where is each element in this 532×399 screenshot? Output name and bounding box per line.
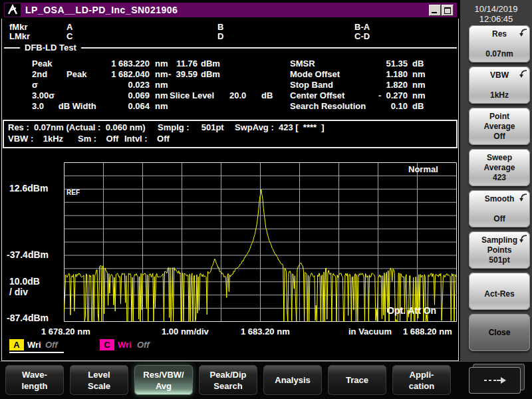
mode-offset-value: 1.180: [359, 70, 408, 79]
smsr-value: 51.35: [359, 59, 408, 68]
center-offset-value: - 0.270: [359, 91, 408, 100]
submenu-arrow-icon: [519, 28, 527, 37]
menu-peak-dip-search[interactable]: Peak/Dip Search: [199, 365, 257, 395]
window-titlebar: LP_OSA__LD-PD_Inc_SN021906: [4, 3, 457, 17]
marker-ba-label: B-A: [354, 23, 370, 32]
marker-c-label: C: [66, 32, 72, 41]
mode-offset-unit: nm: [412, 70, 426, 79]
trace-a-badge: A: [9, 339, 24, 350]
submenu-arrow-icon: [519, 234, 527, 243]
analysis-lvl-value: - 39.59: [133, 70, 198, 79]
marker-b-label: B: [217, 23, 223, 32]
marker-a-label: A: [66, 23, 72, 32]
x-axis-center-label: 1 683.20 nm: [241, 327, 290, 336]
fmkr-label: fMkr: [9, 23, 27, 32]
trace-c-badge: C: [100, 339, 114, 350]
smsr-unit: dB: [412, 59, 424, 68]
marker-cd-label: C-D: [354, 32, 370, 41]
x-axis-medium-label: in Vacuum: [348, 327, 392, 336]
analysis-lvl-value: 11.76: [133, 59, 198, 68]
menu-res-vbw-avg[interactable]: Res/VBW/ Avg: [134, 365, 193, 395]
minimize-icon: [432, 12, 437, 13]
smsr-label: SMSR: [290, 59, 315, 68]
analysis-wl-value: 0.023: [80, 80, 150, 90]
sampling-setting: Smplg : 501pt: [158, 123, 224, 132]
analysis-row-label: σ: [32, 80, 38, 90]
trace-a-state: Off: [45, 340, 58, 350]
softkey-act-res[interactable]: Act-Res On Off: [469, 273, 530, 310]
x-axis-div-label: 1.00 nm/div: [162, 327, 209, 336]
act-res-label: Act-Res: [469, 289, 530, 299]
analysis-title: DFB-LD Test: [20, 43, 81, 53]
datetime-display: 10/14/201912:06:45: [460, 4, 532, 24]
menu-wavelength[interactable]: Wave- length: [5, 365, 64, 395]
display-frame-right: [458, 19, 459, 361]
maximize-icon: [444, 7, 451, 14]
maximize-button[interactable]: [442, 5, 454, 16]
sweep-average-setting: SwpAvg : 423 [ **** ]: [235, 123, 325, 132]
trace-c-state: Off: [137, 340, 150, 350]
function-menu-bar: Wave- length Level Scale Res/VBW/ Avg Pe…: [0, 361, 532, 399]
analysis-lvl-unit: dBm: [201, 70, 220, 79]
analysis-row-label: 3.00σ: [32, 91, 55, 100]
y-axis-scale-label: 10.0dB: [9, 277, 40, 286]
minimize-button[interactable]: [429, 5, 441, 16]
vbw-setting: VBW : 1kHz: [8, 134, 63, 144]
analysis-lvl-unit: dBm: [201, 59, 220, 68]
search-resolution-value: 0.10: [359, 102, 408, 111]
menu-analysis[interactable]: Analysis: [263, 365, 322, 395]
slice-level-value: 20.0: [229, 91, 246, 100]
optical-attenuator-annotation: Opt. Att On: [387, 305, 436, 316]
center-offset-unit: nm: [412, 91, 426, 100]
res-setting: Res : 0.07nm (Actual : 0.060 nm): [8, 123, 146, 132]
display-frame-left: [1, 19, 2, 361]
submenu-arrow-icon: [519, 69, 527, 78]
interval-setting: Intvl : Off: [124, 134, 170, 144]
slice-level-label: Slice Level: [170, 91, 214, 100]
analysis-wl-value: 0.069: [80, 91, 150, 100]
next-page-arrow-icon: [482, 376, 507, 385]
y-axis-bottom-label: -87.4dBm: [7, 313, 49, 323]
stop-band-unit: nm: [412, 80, 426, 90]
analysis-wl-unit: nm: [155, 102, 168, 111]
trace-a-active-underline: [9, 352, 64, 353]
ref-line-annotation: REF: [66, 189, 80, 196]
center-offset-label: Center Offset: [290, 91, 344, 100]
menu-more-button[interactable]: [469, 367, 521, 394]
y-axis-scale-div-label: / div: [9, 287, 28, 297]
mode-offset-label: Mode Offset: [290, 70, 340, 79]
window-title: LP_OSA__LD-PD_Inc_SN021906: [25, 5, 178, 15]
analysis-row-label: 2nd Peak: [32, 70, 86, 79]
x-axis-end-label: 1 688.20 nm: [403, 327, 452, 336]
osa-screen: LP_OSA__LD-PD_Inc_SN021906 fMkr A B B-A …: [0, 0, 532, 399]
y-axis-mid-label: -37.4dBm: [7, 250, 49, 259]
lmkr-label: LMkr: [9, 32, 30, 41]
trace-a-mode: Wri: [27, 340, 41, 350]
smooth-setting: Sm : Off: [78, 134, 118, 144]
marker-d-label: D: [217, 32, 223, 41]
softkey-sweep-average[interactable]: Sweep Average 423: [469, 149, 530, 186]
y-axis-ref-label: 12.6dBm: [9, 184, 48, 193]
analysis-wl-value: 0.064: [80, 102, 150, 111]
analysis-wl-unit: nm: [155, 80, 168, 90]
menu-trace[interactable]: Trace: [328, 365, 386, 395]
x-axis-start-label: 1 678.20 nm: [41, 327, 90, 336]
analysis-row-label: Peak: [32, 59, 52, 68]
spectrum-chart: [64, 162, 457, 322]
slice-level-unit: dB: [261, 91, 273, 100]
softkey-point-average[interactable]: Point Average Off: [469, 108, 530, 145]
stop-band-value: 1.820: [359, 80, 408, 90]
analysis-wl-unit: nm: [155, 91, 168, 100]
softkey-sidebar: 10/14/201912:06:45 Res 0.07nm VBW 1kHz P…: [460, 0, 532, 361]
search-resolution-unit: dB: [412, 102, 424, 111]
menu-level-scale[interactable]: Level Scale: [70, 365, 128, 395]
search-resolution-label: Search Resolution: [290, 102, 366, 111]
trace-mode-annotation: Normal: [408, 164, 438, 174]
softkey-close[interactable]: Close: [469, 314, 530, 351]
menu-application[interactable]: Appli- cation: [392, 365, 451, 395]
app-logo-icon: [5, 3, 21, 17]
trace-c-mode: Wri: [118, 340, 132, 350]
submenu-arrow-icon: [519, 193, 527, 201]
stop-band-label: Stop Band: [290, 80, 333, 90]
